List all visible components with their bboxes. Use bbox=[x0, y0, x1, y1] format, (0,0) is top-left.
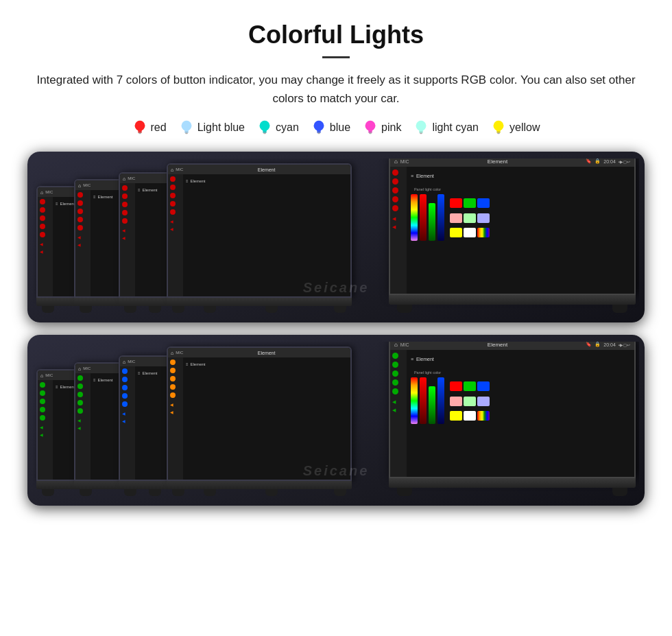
panel-light-label-g1: Panel light color bbox=[414, 187, 441, 191]
color-item-red: red bbox=[132, 119, 167, 137]
color-indicators-row: red Light blue cyan bbox=[27, 119, 645, 137]
pink-bulb-icon bbox=[363, 119, 378, 137]
svg-rect-10 bbox=[263, 132, 267, 133]
svg-point-24 bbox=[494, 121, 504, 131]
main-screen-title-g2: Element bbox=[412, 342, 584, 348]
svg-rect-19 bbox=[369, 133, 372, 134]
svg-rect-1 bbox=[138, 130, 142, 132]
color-label-cyan: cyan bbox=[276, 121, 299, 134]
element-label-2b: Element bbox=[98, 378, 113, 382]
device-group-1: ⌂ MIC Element ◀ ◀ bbox=[27, 152, 645, 322]
svg-rect-27 bbox=[497, 133, 500, 134]
color-item-lightblue: Light blue bbox=[179, 119, 245, 137]
screen-time-g2: 20:04 bbox=[603, 342, 616, 347]
element-label-3b: Element bbox=[143, 371, 158, 375]
svg-rect-3 bbox=[139, 133, 141, 134]
main-device-group1: ⌂ MIC Element 🔖 🔒 20:04 ▪▶◻↩ bbox=[389, 158, 636, 313]
element-label-main-g2: Element bbox=[416, 357, 434, 362]
svg-rect-13 bbox=[317, 130, 321, 132]
svg-rect-2 bbox=[138, 132, 142, 133]
svg-point-20 bbox=[416, 121, 427, 131]
svg-rect-23 bbox=[420, 133, 423, 134]
svg-point-0 bbox=[134, 121, 145, 131]
svg-point-16 bbox=[365, 121, 376, 131]
screen-time-g1: 20:04 bbox=[603, 159, 616, 164]
color-item-yellow: yellow bbox=[491, 119, 540, 137]
yellow-bulb-icon bbox=[491, 119, 506, 137]
color-label-lightcyan: light cyan bbox=[432, 121, 479, 134]
element-label-4b: Element bbox=[191, 362, 206, 366]
device-group-1-inner: ⌂ MIC Element ◀ ◀ bbox=[33, 158, 639, 313]
svg-rect-7 bbox=[185, 133, 188, 134]
lightblue-bulb-icon bbox=[179, 119, 194, 137]
svg-point-4 bbox=[181, 121, 191, 131]
element-label-2a: Element bbox=[98, 195, 113, 199]
main-device-group2: ⌂ MIC Element 🔖 🔒 20:04 ▪▶◻↩ bbox=[389, 342, 636, 496]
svg-rect-26 bbox=[496, 132, 501, 133]
svg-rect-25 bbox=[496, 130, 501, 132]
element-label-3a: Element bbox=[143, 188, 158, 192]
screen-title-4b: Element bbox=[185, 351, 348, 355]
color-label-pink: pink bbox=[381, 121, 401, 134]
svg-point-8 bbox=[260, 121, 270, 131]
color-item-blue: blue bbox=[311, 119, 350, 137]
color-label-lightblue: Light blue bbox=[197, 121, 245, 134]
svg-rect-15 bbox=[317, 133, 320, 134]
element-label-main-g1: Element bbox=[416, 174, 434, 178]
element-label-1b: Element bbox=[60, 385, 75, 389]
svg-rect-22 bbox=[420, 132, 424, 133]
color-item-pink: pink bbox=[363, 119, 401, 137]
title-divider bbox=[322, 56, 350, 58]
lightcyan-bulb-icon bbox=[413, 119, 429, 137]
color-label-blue: blue bbox=[330, 121, 350, 134]
svg-rect-11 bbox=[263, 133, 266, 134]
cyan-bulb-icon bbox=[257, 119, 272, 137]
main-screen-title-g1: Element bbox=[412, 158, 584, 165]
screen-title-4a: Element bbox=[185, 167, 348, 172]
device-group-2-inner: ⌂ MIC Element ◀ ◀ bbox=[33, 342, 639, 496]
color-item-cyan: cyan bbox=[257, 119, 299, 137]
description-text: Integrated with 7 colors of button indic… bbox=[27, 71, 645, 108]
svg-rect-9 bbox=[263, 130, 267, 132]
svg-rect-5 bbox=[184, 130, 189, 132]
element-label-1a: Element bbox=[60, 202, 75, 206]
svg-rect-17 bbox=[368, 130, 372, 132]
panel-light-label-g2: Panel light color bbox=[414, 370, 441, 375]
svg-rect-18 bbox=[368, 132, 372, 133]
element-label-4a: Element bbox=[191, 179, 206, 183]
svg-rect-21 bbox=[420, 130, 424, 132]
color-label-yellow: yellow bbox=[509, 121, 540, 134]
bg-device-4a: ⌂ MIC Element ◀ ◀ bbox=[167, 163, 352, 313]
color-label-red: red bbox=[151, 121, 167, 134]
svg-rect-14 bbox=[317, 132, 321, 133]
bg-device-4b: ⌂ MIC Element ◀ ◀ bbox=[167, 346, 352, 496]
blue-bulb-icon bbox=[311, 119, 326, 137]
page-wrapper: Colorful Lights Integrated with 7 colors… bbox=[0, 0, 672, 526]
red-bulb-icon bbox=[132, 119, 147, 137]
page-title: Colorful Lights bbox=[27, 21, 645, 49]
color-item-lightcyan: light cyan bbox=[413, 119, 479, 137]
device-group-2: ⌂ MIC Element ◀ ◀ bbox=[27, 335, 645, 506]
svg-rect-6 bbox=[184, 132, 189, 133]
svg-point-12 bbox=[313, 121, 324, 131]
